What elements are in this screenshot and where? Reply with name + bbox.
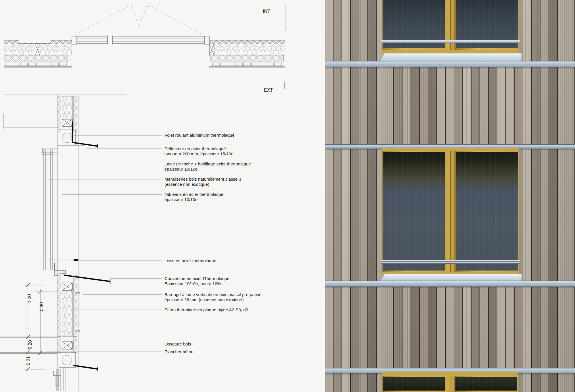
dim-1-00: 1.00 (27, 294, 32, 303)
dim-0-21: 0.21 (26, 356, 31, 365)
callout-volet-roulant: Volet roulant aluminium thermolaqué (164, 133, 234, 138)
dim-0-80: 0.80 (39, 302, 44, 311)
window-upper (382, 0, 519, 54)
callout-ecran-thermique: Ecran thermique en plaque rigide A2-S3, … (164, 307, 248, 312)
plan-ext-label: EXT (264, 88, 273, 92)
callout-bardage: Bardage à lame verticale en bois massif … (164, 292, 262, 302)
window-mullion (447, 151, 454, 272)
window-sash (382, 151, 447, 272)
callout-text: épaisseur 10/10e (164, 167, 251, 172)
window-middle (382, 148, 519, 275)
callout-text: Epaisseur 10/10e, pente 10% (164, 281, 229, 286)
cad-linework: 1.00 0.80 0.20 0.21 INT EXT (0, 0, 325, 392)
window-mullion (446, 376, 454, 392)
callout-text: longueur 200 mm, épaisseur 15/10e (164, 151, 233, 157)
callout-tableaux: Tableaux en acier thermolaqué épaisseur … (164, 192, 223, 202)
window-sill (380, 53, 522, 61)
callout-couvertine: Couvertine en acier lThermolaqué Epaisse… (164, 276, 229, 286)
callout-laine-de-roche: Laine de roche + habillage acier thermol… (164, 161, 251, 172)
screenshot-root: 1.00 0.80 0.20 0.21 INT EXT (0, 0, 575, 392)
window-glass (383, 377, 445, 391)
callout-text: Tableaux en acier thermolaqué (164, 192, 223, 197)
callout-text: Bardage à lame verticale en bois massif … (164, 292, 262, 297)
callout-ossature-bois: Ossature bois (164, 341, 191, 347)
callout-text: (essence non exotique) (164, 182, 241, 187)
callout-text: Couvertine en acier lThermolaqué (164, 276, 229, 281)
callout-plancher-beton: Plancher béton (164, 349, 193, 354)
callout-text: Volet roulant aluminium thermolaqué (164, 133, 234, 138)
callout-text: Déflecteur en acier thermolaqué (164, 146, 233, 151)
balcony-railing (381, 260, 520, 264)
callout-lisse: Lisse en acier thermolaqué (164, 258, 216, 263)
callout-deflecteur: Déflecteur en acier thermolaqué longueur… (164, 146, 233, 157)
callout-menuiseries: Menuiseries bois naturellement classe 3 … (164, 177, 241, 187)
window-sash (454, 151, 519, 272)
callout-text: Menuiseries bois naturellement classe 3 (164, 177, 241, 182)
window-sash (454, 376, 518, 392)
callout-text: Plancher béton (164, 349, 193, 354)
steel-band (325, 281, 575, 287)
window-glass (456, 152, 518, 271)
dim-0-20: 0.20 (28, 340, 32, 349)
callout-text: Laine de roche + habillage acier thermol… (164, 161, 251, 167)
callout-text: Ecran thermique en plaque rigide A2-S3, … (164, 307, 248, 312)
window-glass (383, 152, 445, 271)
window-lower (382, 372, 518, 392)
balcony-railing (381, 40, 520, 43)
steel-band (325, 61, 575, 67)
window-glass (455, 377, 517, 391)
callout-text: Ossature bois (164, 341, 191, 347)
plan-int-label: INT (263, 9, 270, 14)
window-sash (382, 376, 446, 392)
callout-text: épaisseur 26 mm (essence non exotique) (164, 297, 262, 302)
callout-text: épaisseur 10/10e (164, 197, 223, 202)
detail-drawing-pane: 1.00 0.80 0.20 0.21 INT EXT (0, 0, 325, 392)
facade-photo (325, 0, 575, 392)
callout-text: Lisse en acier thermolaqué (164, 258, 216, 263)
